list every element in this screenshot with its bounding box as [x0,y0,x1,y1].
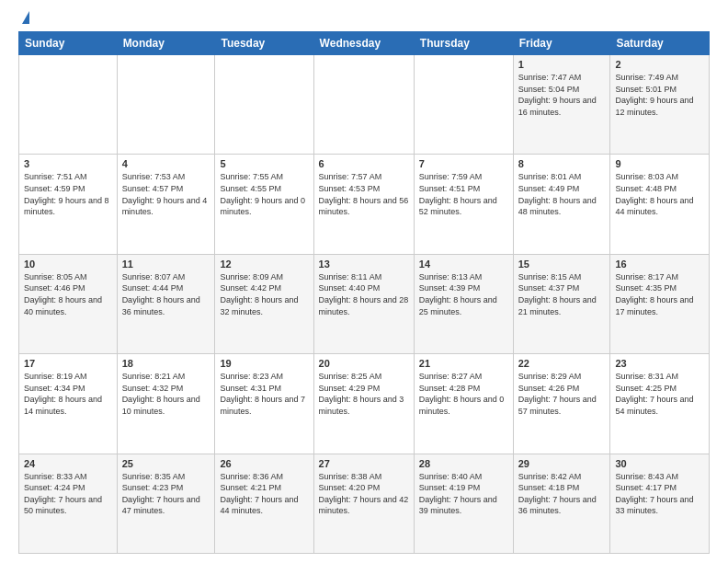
day-number: 12 [220,259,308,270]
day-number: 18 [122,358,210,369]
day-number: 20 [319,358,409,369]
day-cell: 23Sunrise: 8:31 AMSunset: 4:25 PMDayligh… [610,354,710,454]
day-number: 26 [220,458,308,469]
day-info: Sunrise: 8:40 AMSunset: 4:19 PMDaylight:… [419,471,508,517]
day-cell: 21Sunrise: 8:27 AMSunset: 4:28 PMDayligh… [414,354,513,454]
day-number: 15 [518,259,606,270]
day-number: 7 [419,158,508,169]
weekday-header-monday: Monday [117,32,215,55]
day-number: 22 [518,358,606,369]
day-cell: 6Sunrise: 7:57 AMSunset: 4:53 PMDaylight… [313,155,414,254]
day-info: Sunrise: 8:03 AMSunset: 4:48 PMDaylight:… [615,171,704,217]
day-info: Sunrise: 8:25 AMSunset: 4:29 PMDaylight:… [319,371,409,417]
weekday-header-friday: Friday [513,32,610,55]
day-cell: 12Sunrise: 8:09 AMSunset: 4:42 PMDayligh… [215,254,313,353]
day-number: 9 [615,158,704,169]
day-cell: 3Sunrise: 7:51 AMSunset: 4:59 PMDaylight… [19,155,118,254]
day-number: 14 [419,259,508,270]
calendar: SundayMondayTuesdayWednesdayThursdayFrid… [18,31,710,554]
day-info: Sunrise: 7:55 AMSunset: 4:55 PMDaylight:… [220,171,308,217]
day-cell [414,55,513,155]
week-row-2: 3Sunrise: 7:51 AMSunset: 4:59 PMDaylight… [19,155,710,254]
day-info: Sunrise: 8:42 AMSunset: 4:18 PMDaylight:… [518,471,606,517]
day-info: Sunrise: 7:53 AMSunset: 4:57 PMDaylight:… [122,171,210,217]
page: SundayMondayTuesdayWednesdayThursdayFrid… [0,0,728,563]
day-cell: 22Sunrise: 8:29 AMSunset: 4:26 PMDayligh… [513,354,610,454]
day-cell: 16Sunrise: 8:17 AMSunset: 4:35 PMDayligh… [610,254,710,353]
day-cell: 25Sunrise: 8:35 AMSunset: 4:23 PMDayligh… [117,454,215,553]
day-cell: 26Sunrise: 8:36 AMSunset: 4:21 PMDayligh… [215,454,313,553]
day-cell: 17Sunrise: 8:19 AMSunset: 4:34 PMDayligh… [19,354,118,454]
day-info: Sunrise: 8:43 AMSunset: 4:17 PMDaylight:… [615,471,704,517]
day-cell: 9Sunrise: 8:03 AMSunset: 4:48 PMDaylight… [610,155,710,254]
day-number: 17 [24,358,112,369]
day-info: Sunrise: 7:59 AMSunset: 4:51 PMDaylight:… [419,171,508,217]
day-info: Sunrise: 7:47 AMSunset: 5:04 PMDaylight:… [518,72,606,118]
day-cell: 29Sunrise: 8:42 AMSunset: 4:18 PMDayligh… [513,454,610,553]
weekday-header-sunday: Sunday [19,32,118,55]
day-cell: 15Sunrise: 8:15 AMSunset: 4:37 PMDayligh… [513,254,610,353]
day-number: 19 [220,358,308,369]
day-info: Sunrise: 8:09 AMSunset: 4:42 PMDaylight:… [220,271,308,317]
weekday-header-row: SundayMondayTuesdayWednesdayThursdayFrid… [19,32,710,55]
day-cell [313,55,414,155]
day-cell: 13Sunrise: 8:11 AMSunset: 4:40 PMDayligh… [313,254,414,353]
day-number: 23 [615,358,704,369]
logo [18,15,29,24]
day-number: 16 [615,259,704,270]
day-info: Sunrise: 8:38 AMSunset: 4:20 PMDaylight:… [319,471,409,517]
week-row-5: 24Sunrise: 8:33 AMSunset: 4:24 PMDayligh… [19,454,710,553]
weekday-header-wednesday: Wednesday [313,32,414,55]
day-info: Sunrise: 8:27 AMSunset: 4:28 PMDaylight:… [419,371,508,417]
day-number: 11 [122,259,210,270]
day-info: Sunrise: 7:57 AMSunset: 4:53 PMDaylight:… [319,171,409,217]
day-info: Sunrise: 8:36 AMSunset: 4:21 PMDaylight:… [220,471,308,517]
day-number: 25 [122,458,210,469]
day-info: Sunrise: 8:15 AMSunset: 4:37 PMDaylight:… [518,271,606,317]
day-number: 6 [319,158,409,169]
day-cell: 2Sunrise: 7:49 AMSunset: 5:01 PMDaylight… [610,55,710,155]
day-cell: 5Sunrise: 7:55 AMSunset: 4:55 PMDaylight… [215,155,313,254]
weekday-header-tuesday: Tuesday [215,32,313,55]
day-number: 8 [518,158,606,169]
day-cell [19,55,118,155]
day-cell [215,55,313,155]
day-info: Sunrise: 8:13 AMSunset: 4:39 PMDaylight:… [419,271,508,317]
day-info: Sunrise: 8:29 AMSunset: 4:26 PMDaylight:… [518,371,606,417]
day-cell [117,55,215,155]
day-number: 24 [24,458,112,469]
day-cell: 20Sunrise: 8:25 AMSunset: 4:29 PMDayligh… [313,354,414,454]
day-number: 27 [319,458,409,469]
day-number: 29 [518,458,606,469]
day-number: 4 [122,158,210,169]
day-cell: 28Sunrise: 8:40 AMSunset: 4:19 PMDayligh… [414,454,513,553]
day-info: Sunrise: 8:05 AMSunset: 4:46 PMDaylight:… [24,271,112,317]
day-info: Sunrise: 8:17 AMSunset: 4:35 PMDaylight:… [615,271,704,317]
day-cell: 27Sunrise: 8:38 AMSunset: 4:20 PMDayligh… [313,454,414,553]
day-info: Sunrise: 7:49 AMSunset: 5:01 PMDaylight:… [615,72,704,118]
header [18,15,710,24]
day-cell: 8Sunrise: 8:01 AMSunset: 4:49 PMDaylight… [513,155,610,254]
day-cell: 19Sunrise: 8:23 AMSunset: 4:31 PMDayligh… [215,354,313,454]
day-info: Sunrise: 7:51 AMSunset: 4:59 PMDaylight:… [24,171,112,217]
day-cell: 10Sunrise: 8:05 AMSunset: 4:46 PMDayligh… [19,254,118,353]
day-cell: 24Sunrise: 8:33 AMSunset: 4:24 PMDayligh… [19,454,118,553]
day-number: 13 [319,259,409,270]
day-info: Sunrise: 8:35 AMSunset: 4:23 PMDaylight:… [122,471,210,517]
day-number: 10 [24,259,112,270]
day-info: Sunrise: 8:33 AMSunset: 4:24 PMDaylight:… [24,471,112,517]
logo-icon [22,11,29,24]
day-info: Sunrise: 8:19 AMSunset: 4:34 PMDaylight:… [24,371,112,417]
day-cell: 7Sunrise: 7:59 AMSunset: 4:51 PMDaylight… [414,155,513,254]
day-number: 28 [419,458,508,469]
weekday-header-saturday: Saturday [610,32,710,55]
day-number: 2 [615,59,704,70]
day-cell: 4Sunrise: 7:53 AMSunset: 4:57 PMDaylight… [117,155,215,254]
week-row-3: 10Sunrise: 8:05 AMSunset: 4:46 PMDayligh… [19,254,710,353]
week-row-1: 1Sunrise: 7:47 AMSunset: 5:04 PMDaylight… [19,55,710,155]
day-info: Sunrise: 8:11 AMSunset: 4:40 PMDaylight:… [319,271,409,317]
week-row-4: 17Sunrise: 8:19 AMSunset: 4:34 PMDayligh… [19,354,710,454]
day-cell: 1Sunrise: 7:47 AMSunset: 5:04 PMDaylight… [513,55,610,155]
day-cell: 11Sunrise: 8:07 AMSunset: 4:44 PMDayligh… [117,254,215,353]
weekday-header-thursday: Thursday [414,32,513,55]
